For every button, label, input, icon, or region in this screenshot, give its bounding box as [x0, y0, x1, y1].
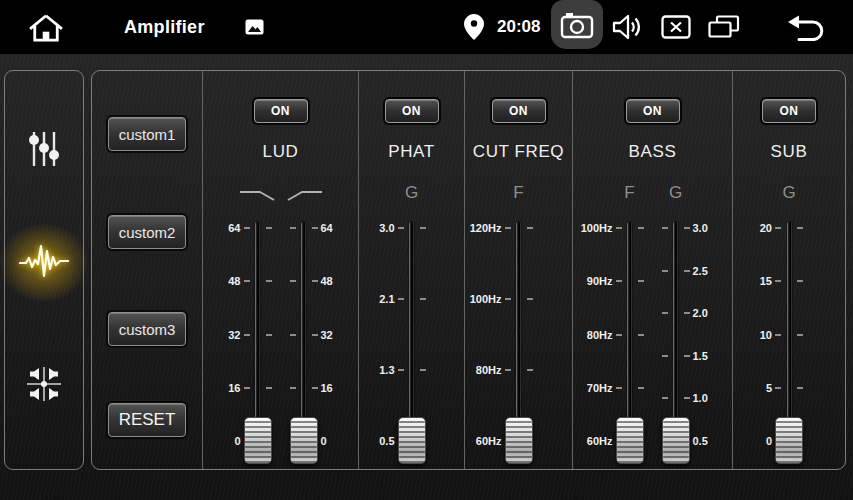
- channel-title: SUB: [733, 142, 845, 162]
- tick-dash: [398, 227, 404, 229]
- slider-lud-1: 644832160: [281, 216, 327, 466]
- tick-label: 3.0: [693, 221, 708, 235]
- on-button-sub[interactable]: ON: [762, 99, 816, 123]
- tick-dash: [420, 369, 426, 371]
- sidebar-item-equalizer[interactable]: [26, 129, 62, 173]
- tick-label: 0: [766, 434, 772, 448]
- close-window-button[interactable]: [661, 15, 691, 39]
- slider-thumb[interactable]: [244, 417, 272, 464]
- on-button-cut-freq[interactable]: ON: [492, 99, 546, 123]
- tick-dash: [505, 227, 511, 229]
- sidebar-item-sound-effect[interactable]: [19, 241, 69, 285]
- tick-dash: [797, 334, 803, 336]
- param-label: G: [389, 183, 435, 203]
- tick-dash: [420, 227, 426, 229]
- camera-button[interactable]: [551, 0, 603, 49]
- tick-dash: [638, 280, 644, 282]
- slider-group: F120Hz100Hz80Hz60Hz: [465, 216, 572, 466]
- channel-sub: ONSUBG20151050: [732, 71, 845, 469]
- content-area: custom1 custom2 custom3 RESET ONLUD64483…: [0, 54, 853, 500]
- tick-label: 0.5: [693, 434, 708, 448]
- amplifier-screen: Amplifier 20:08: [0, 0, 853, 500]
- param-label: G: [766, 183, 812, 203]
- preset-custom3-button[interactable]: custom3: [108, 312, 186, 346]
- back-icon: [786, 14, 826, 41]
- tick-label: 80Hz: [587, 328, 613, 342]
- slider-group: G3.02.11.30.5: [359, 216, 464, 466]
- slider-thumb[interactable]: [290, 417, 318, 464]
- reset-button[interactable]: RESET: [108, 403, 186, 437]
- tick-label: 32: [321, 328, 333, 342]
- tick-dash: [662, 312, 668, 314]
- tick-label: 3.0: [379, 221, 394, 235]
- preset-custom2-button[interactable]: custom2: [108, 215, 186, 249]
- tick-label: 2.5: [693, 264, 708, 278]
- on-button-bass[interactable]: ON: [626, 99, 680, 123]
- tick-dash: [290, 227, 296, 229]
- volume-button[interactable]: [612, 14, 642, 40]
- tick-dash: [527, 298, 533, 300]
- tick-dash: [527, 227, 533, 229]
- tick-label: 32: [228, 328, 240, 342]
- slider-sub-g: G20151050: [766, 216, 812, 466]
- slider-thumb[interactable]: [616, 417, 644, 464]
- param-label: F: [607, 183, 653, 203]
- tick-dash: [684, 270, 690, 272]
- tick-dash: [662, 270, 668, 272]
- home-button[interactable]: [27, 12, 65, 42]
- slider-cut-freq-f: F120Hz100Hz80Hz60Hz: [496, 216, 542, 466]
- tick-dash: [527, 369, 533, 371]
- close-window-icon: [661, 15, 691, 39]
- tick-dash: [420, 298, 426, 300]
- tick-label: 1.3: [379, 363, 394, 377]
- tick-dash: [616, 227, 622, 229]
- location-pin-icon: [464, 14, 484, 40]
- param-label: F: [496, 183, 542, 203]
- tick-label: 64: [228, 221, 240, 235]
- tick-dash: [638, 387, 644, 389]
- tick-dash: [616, 334, 622, 336]
- tick-label: 100Hz: [470, 292, 502, 306]
- tick-dash: [244, 280, 250, 282]
- tick-label: 64: [321, 221, 333, 235]
- tick-dash: [266, 227, 272, 229]
- tick-dash: [662, 355, 668, 357]
- channel-lud: ONLUD644832160644832160: [202, 71, 358, 469]
- speaker-balance-icon: [25, 365, 63, 403]
- slider-thumb[interactable]: [775, 417, 803, 464]
- tick-label: 1.5: [693, 349, 708, 363]
- slider-thumb[interactable]: [398, 417, 426, 464]
- amplifier-panel: custom1 custom2 custom3 RESET ONLUD64483…: [91, 70, 846, 470]
- gallery-button[interactable]: [245, 19, 264, 35]
- on-button-phat[interactable]: ON: [385, 99, 439, 123]
- recent-apps-button[interactable]: [708, 15, 740, 39]
- tick-dash: [797, 280, 803, 282]
- slider-thumb[interactable]: [662, 417, 690, 464]
- tick-dash: [312, 387, 318, 389]
- slider-thumb[interactable]: [505, 417, 533, 464]
- tick-dash: [684, 312, 690, 314]
- tick-dash: [797, 227, 803, 229]
- tick-dash: [398, 298, 404, 300]
- home-icon: [27, 12, 65, 42]
- location-indicator: [464, 14, 484, 40]
- back-button[interactable]: [786, 14, 826, 41]
- tick-dash: [775, 280, 781, 282]
- tick-dash: [266, 334, 272, 336]
- preset-custom1-button[interactable]: custom1: [108, 117, 186, 151]
- tick-dash: [244, 334, 250, 336]
- sidebar: [4, 70, 84, 470]
- tick-label: 2.0: [693, 306, 708, 320]
- slider-lud-0: 644832160: [235, 216, 281, 466]
- tick-dash: [312, 227, 318, 229]
- channel-bass: ONBASSF100Hz90Hz80Hz70Hz60HzG3.02.52.01.…: [572, 71, 732, 469]
- on-button-lud[interactable]: ON: [254, 99, 308, 123]
- tick-label: 1.0: [693, 391, 708, 405]
- sidebar-item-balance-fader[interactable]: [25, 365, 63, 407]
- tick-dash: [505, 298, 511, 300]
- tick-label: 60Hz: [587, 434, 613, 448]
- tick-label: 0: [234, 434, 240, 448]
- slider-bass-f: F100Hz90Hz80Hz70Hz60Hz: [607, 216, 653, 466]
- tick-dash: [266, 280, 272, 282]
- tick-dash: [290, 387, 296, 389]
